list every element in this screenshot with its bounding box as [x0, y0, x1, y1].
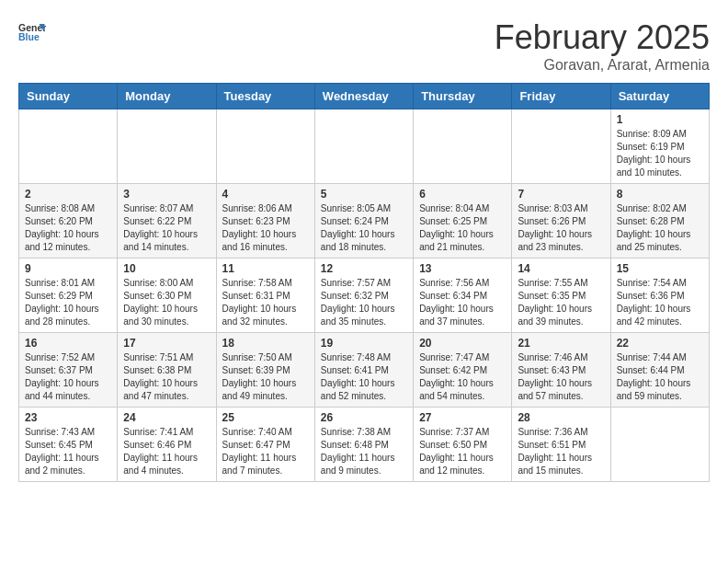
day-cell [118, 109, 216, 184]
day-cell: 26Sunrise: 7:38 AM Sunset: 6:48 PM Dayli… [314, 408, 413, 482]
day-cell [19, 109, 118, 184]
day-info: Sunrise: 7:56 AM Sunset: 6:34 PM Dayligh… [419, 277, 506, 328]
day-cell: 15Sunrise: 7:54 AM Sunset: 6:36 PM Dayli… [610, 259, 709, 333]
day-number: 27 [419, 411, 506, 424]
day-cell: 11Sunrise: 7:58 AM Sunset: 6:31 PM Dayli… [216, 259, 314, 333]
week-row-4: 16Sunrise: 7:52 AM Sunset: 6:37 PM Dayli… [19, 333, 710, 408]
calendar-table: SundayMondayTuesdayWednesdayThursdayFrid… [18, 83, 710, 482]
day-cell: 1Sunrise: 8:09 AM Sunset: 6:19 PM Daylig… [610, 109, 709, 184]
day-number: 21 [518, 337, 604, 350]
day-number: 23 [25, 411, 111, 424]
day-info: Sunrise: 8:02 AM Sunset: 6:28 PM Dayligh… [617, 202, 703, 254]
day-number: 24 [123, 411, 210, 424]
day-cell: 10Sunrise: 8:00 AM Sunset: 6:30 PM Dayli… [118, 259, 216, 333]
day-cell: 5Sunrise: 8:05 AM Sunset: 6:24 PM Daylig… [314, 184, 413, 259]
day-cell: 13Sunrise: 7:56 AM Sunset: 6:34 PM Dayli… [414, 259, 512, 333]
svg-text:Blue: Blue [18, 31, 40, 42]
weekday-header-saturday: Saturday [610, 84, 709, 109]
day-cell: 25Sunrise: 7:40 AM Sunset: 6:47 PM Dayli… [216, 408, 314, 482]
month-title: February 2025 [495, 18, 710, 57]
day-info: Sunrise: 8:06 AM Sunset: 6:23 PM Dayligh… [222, 202, 309, 254]
day-number: 28 [518, 411, 604, 424]
day-cell: 3Sunrise: 8:07 AM Sunset: 6:22 PM Daylig… [118, 184, 216, 259]
day-number: 16 [25, 337, 111, 350]
week-row-3: 9Sunrise: 8:01 AM Sunset: 6:29 PM Daylig… [19, 259, 710, 333]
weekday-header-thursday: Thursday [414, 84, 512, 109]
day-info: Sunrise: 7:38 AM Sunset: 6:48 PM Dayligh… [321, 426, 407, 477]
week-row-5: 23Sunrise: 7:43 AM Sunset: 6:45 PM Dayli… [19, 408, 710, 482]
day-cell: 18Sunrise: 7:50 AM Sunset: 6:39 PM Dayli… [216, 333, 314, 408]
day-info: Sunrise: 7:48 AM Sunset: 6:41 PM Dayligh… [321, 351, 407, 403]
day-info: Sunrise: 8:00 AM Sunset: 6:30 PM Dayligh… [123, 277, 210, 328]
day-info: Sunrise: 8:08 AM Sunset: 6:20 PM Dayligh… [25, 202, 111, 254]
day-cell: 9Sunrise: 8:01 AM Sunset: 6:29 PM Daylig… [19, 259, 118, 333]
day-info: Sunrise: 7:41 AM Sunset: 6:46 PM Dayligh… [123, 426, 210, 477]
day-info: Sunrise: 7:36 AM Sunset: 6:51 PM Dayligh… [518, 426, 604, 477]
day-cell [610, 408, 709, 482]
day-info: Sunrise: 7:46 AM Sunset: 6:43 PM Dayligh… [518, 351, 604, 403]
day-info: Sunrise: 8:03 AM Sunset: 6:26 PM Dayligh… [518, 202, 604, 254]
weekday-header-friday: Friday [512, 84, 610, 109]
title-section: February 2025 Goravan, Ararat, Armenia [495, 18, 710, 74]
day-number: 3 [123, 188, 210, 201]
day-info: Sunrise: 7:52 AM Sunset: 6:37 PM Dayligh… [25, 351, 111, 403]
day-cell: 27Sunrise: 7:37 AM Sunset: 6:50 PM Dayli… [414, 408, 512, 482]
day-number: 2 [25, 188, 111, 201]
day-cell: 12Sunrise: 7:57 AM Sunset: 6:32 PM Dayli… [314, 259, 413, 333]
day-cell: 6Sunrise: 8:04 AM Sunset: 6:25 PM Daylig… [414, 184, 512, 259]
day-number: 20 [419, 337, 506, 350]
day-cell: 20Sunrise: 7:47 AM Sunset: 6:42 PM Dayli… [414, 333, 512, 408]
day-cell [512, 109, 610, 184]
day-cell: 8Sunrise: 8:02 AM Sunset: 6:28 PM Daylig… [610, 184, 709, 259]
day-info: Sunrise: 7:37 AM Sunset: 6:50 PM Dayligh… [419, 426, 506, 477]
day-cell: 21Sunrise: 7:46 AM Sunset: 6:43 PM Dayli… [512, 333, 610, 408]
day-number: 26 [321, 411, 407, 424]
day-info: Sunrise: 8:09 AM Sunset: 6:19 PM Dayligh… [617, 128, 703, 179]
day-cell: 14Sunrise: 7:55 AM Sunset: 6:35 PM Dayli… [512, 259, 610, 333]
day-cell: 28Sunrise: 7:36 AM Sunset: 6:51 PM Dayli… [512, 408, 610, 482]
day-cell: 2Sunrise: 8:08 AM Sunset: 6:20 PM Daylig… [19, 184, 118, 259]
day-number: 22 [617, 337, 703, 350]
day-cell [314, 109, 413, 184]
weekday-header-monday: Monday [118, 84, 216, 109]
day-cell: 19Sunrise: 7:48 AM Sunset: 6:41 PM Dayli… [314, 333, 413, 408]
week-row-1: 1Sunrise: 8:09 AM Sunset: 6:19 PM Daylig… [19, 109, 710, 184]
day-info: Sunrise: 8:07 AM Sunset: 6:22 PM Dayligh… [123, 202, 210, 254]
weekday-header-wednesday: Wednesday [314, 84, 413, 109]
day-number: 13 [419, 262, 506, 275]
logo-icon: General Blue [18, 18, 46, 46]
day-info: Sunrise: 7:50 AM Sunset: 6:39 PM Dayligh… [222, 351, 309, 403]
logo: General Blue [18, 18, 46, 46]
day-info: Sunrise: 7:57 AM Sunset: 6:32 PM Dayligh… [321, 277, 407, 328]
week-row-2: 2Sunrise: 8:08 AM Sunset: 6:20 PM Daylig… [19, 184, 710, 259]
day-info: Sunrise: 8:05 AM Sunset: 6:24 PM Dayligh… [321, 202, 407, 254]
day-number: 9 [25, 262, 111, 275]
day-number: 5 [321, 188, 407, 201]
day-info: Sunrise: 7:43 AM Sunset: 6:45 PM Dayligh… [25, 426, 111, 477]
day-cell: 4Sunrise: 8:06 AM Sunset: 6:23 PM Daylig… [216, 184, 314, 259]
day-number: 14 [518, 262, 604, 275]
day-info: Sunrise: 8:01 AM Sunset: 6:29 PM Dayligh… [25, 277, 111, 328]
day-number: 15 [617, 262, 703, 275]
day-cell: 22Sunrise: 7:44 AM Sunset: 6:44 PM Dayli… [610, 333, 709, 408]
day-cell: 7Sunrise: 8:03 AM Sunset: 6:26 PM Daylig… [512, 184, 610, 259]
page-header: General Blue February 2025 Goravan, Arar… [18, 18, 710, 74]
day-number: 8 [617, 188, 703, 201]
day-cell: 17Sunrise: 7:51 AM Sunset: 6:38 PM Dayli… [118, 333, 216, 408]
day-number: 10 [123, 262, 210, 275]
weekday-header-tuesday: Tuesday [216, 84, 314, 109]
day-info: Sunrise: 7:55 AM Sunset: 6:35 PM Dayligh… [518, 277, 604, 328]
day-number: 7 [518, 188, 604, 201]
day-cell: 23Sunrise: 7:43 AM Sunset: 6:45 PM Dayli… [19, 408, 118, 482]
day-info: Sunrise: 8:04 AM Sunset: 6:25 PM Dayligh… [419, 202, 506, 254]
day-cell [216, 109, 314, 184]
day-number: 25 [222, 411, 309, 424]
day-number: 12 [321, 262, 407, 275]
day-info: Sunrise: 7:47 AM Sunset: 6:42 PM Dayligh… [419, 351, 506, 403]
day-number: 18 [222, 337, 309, 350]
day-number: 17 [123, 337, 210, 350]
weekday-header-row: SundayMondayTuesdayWednesdayThursdayFrid… [19, 84, 710, 109]
day-number: 6 [419, 188, 506, 201]
weekday-header-sunday: Sunday [19, 84, 118, 109]
day-number: 19 [321, 337, 407, 350]
